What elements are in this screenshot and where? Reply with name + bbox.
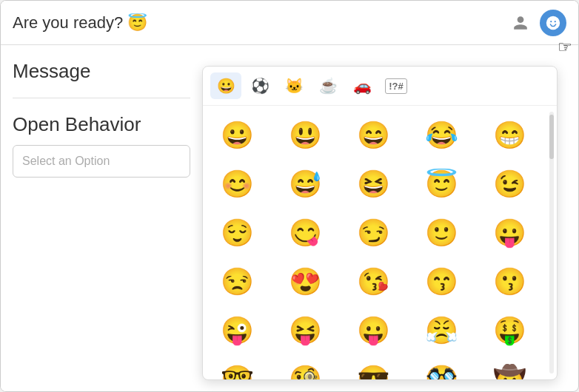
- emoji-tab-animal[interactable]: 🐱: [278, 72, 309, 99]
- emoji-grid: 😀😃😄😂😁😊😅😆😇😉😌😋😏🙂😛😒😍😘😙😗😜😝😛😤🤑🤓🧐😎🥸🤠: [203, 106, 557, 379]
- emoji-cell[interactable]: 😙: [415, 258, 468, 305]
- emoji-cell[interactable]: 😍: [278, 258, 332, 305]
- main-window: Are you ready? 😇 Message Open Behavior S…: [0, 0, 579, 392]
- header-icons: [507, 10, 566, 36]
- emoji-cell[interactable]: 😛: [347, 307, 400, 354]
- emoji-tab-travel[interactable]: 🚗: [347, 72, 378, 99]
- emoji-tab-activity[interactable]: ⚽: [244, 72, 275, 99]
- emoji-cell[interactable]: 😅: [278, 160, 332, 208]
- header: Are you ready? 😇: [1, 1, 578, 45]
- svg-point-0: [546, 16, 560, 29]
- emoji-cell[interactable]: 😌: [210, 209, 264, 257]
- emoji-cell[interactable]: 😃: [278, 112, 332, 159]
- emoji-tab-symbols[interactable]: !?#: [381, 72, 412, 99]
- message-label: Message: [13, 60, 190, 98]
- emoji-icon-button[interactable]: [540, 10, 566, 36]
- emoji-cell[interactable]: 😄: [347, 112, 400, 159]
- emoji-tab-smiley[interactable]: 😀: [210, 72, 241, 99]
- emoji-cell[interactable]: 😊: [210, 160, 264, 208]
- emoji-cell[interactable]: 😜: [210, 307, 264, 354]
- emoji-cell[interactable]: 😝: [278, 307, 332, 354]
- emoji-cell[interactable]: 😘: [347, 258, 400, 305]
- emoji-grid-container: 😀😃😄😂😁😊😅😆😇😉😌😋😏🙂😛😒😍😘😙😗😜😝😛😤🤑🤓🧐😎🥸🤠: [203, 106, 557, 379]
- select-option-dropdown[interactable]: Select an Option: [13, 145, 190, 178]
- emoji-icon: [545, 15, 561, 31]
- emoji-cell[interactable]: 😇: [415, 160, 468, 208]
- open-behavior-label: Open Behavior: [13, 113, 190, 136]
- emoji-tabs: 😀 ⚽ 🐱 ☕ 🚗 !?#: [203, 67, 557, 106]
- symbols-icon: !?#: [385, 78, 407, 94]
- emoji-cell[interactable]: 🙂: [415, 209, 468, 257]
- emoji-cell[interactable]: 😁: [483, 112, 536, 159]
- select-placeholder: Select an Option: [22, 155, 110, 168]
- emoji-cell[interactable]: 😋: [278, 209, 332, 257]
- emoji-cell[interactable]: 😒: [210, 258, 264, 305]
- scrollbar-track[interactable]: [549, 112, 554, 374]
- emoji-cell[interactable]: 😆: [347, 160, 400, 208]
- left-panel: Message Open Behavior Select an Option: [1, 45, 202, 392]
- emoji-cell[interactable]: 🥸: [415, 356, 468, 379]
- emoji-cell[interactable]: 😂: [415, 112, 468, 159]
- emoji-cell[interactable]: 😎: [347, 356, 400, 379]
- emoji-cell[interactable]: 🧐: [278, 356, 332, 379]
- emoji-cell[interactable]: 😤: [415, 307, 468, 354]
- emoji-cell[interactable]: 😛: [483, 209, 536, 257]
- emoji-picker: 😀 ⚽ 🐱 ☕ 🚗 !?# 😀😃😄😂😁😊😅😆😇😉😌😋😏🙂😛😒😍😘😙😗😜😝😛😤🤑🤓…: [202, 66, 558, 380]
- emoji-cell[interactable]: 😉: [483, 160, 536, 208]
- emoji-cell[interactable]: 😀: [210, 112, 264, 159]
- svg-point-2: [555, 21, 556, 22]
- svg-point-1: [550, 21, 552, 22]
- emoji-cell[interactable]: 🤓: [210, 356, 264, 379]
- emoji-cell[interactable]: 🤠: [483, 356, 536, 379]
- emoji-tab-food[interactable]: ☕: [312, 72, 344, 99]
- header-title: Are you ready? 😇: [13, 13, 147, 33]
- emoji-cell[interactable]: 😗: [483, 258, 536, 305]
- user-icon-button[interactable]: [507, 10, 534, 36]
- emoji-cell[interactable]: 😏: [347, 209, 400, 257]
- emoji-cell[interactable]: 🤑: [483, 307, 536, 354]
- scrollbar-thumb[interactable]: [549, 115, 554, 159]
- user-icon: [512, 15, 529, 31]
